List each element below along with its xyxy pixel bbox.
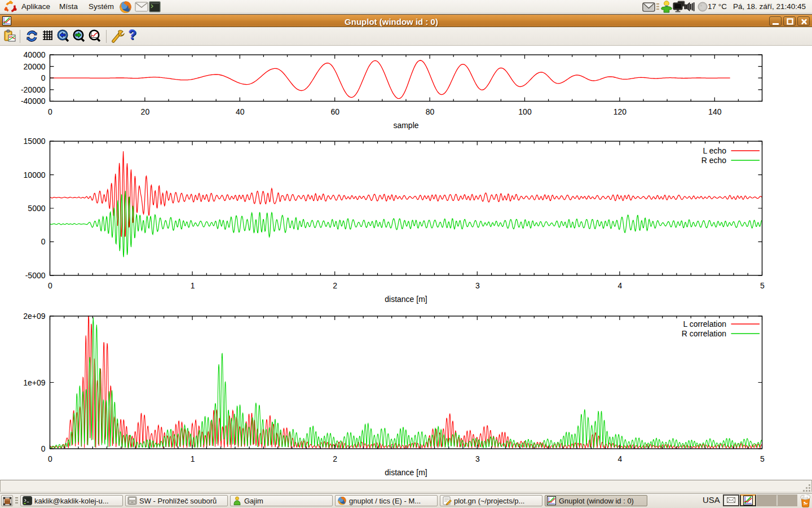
svg-text:100: 100 <box>518 107 532 116</box>
svg-text:4: 4 <box>618 281 623 290</box>
svg-text:L correlation: L correlation <box>683 319 726 329</box>
svg-text:0: 0 <box>48 281 52 290</box>
svg-text:distance [m]: distance [m] <box>385 468 427 477</box>
svg-text:40: 40 <box>236 107 245 116</box>
svg-text:1e+09: 1e+09 <box>23 378 46 387</box>
svg-text:2e+09: 2e+09 <box>23 312 46 321</box>
svg-text:-5000: -5000 <box>25 271 46 280</box>
svg-text:20000: 20000 <box>21 62 46 71</box>
svg-text:15000: 15000 <box>24 137 46 146</box>
svg-text:0: 0 <box>48 454 52 463</box>
svg-text:5: 5 <box>760 454 765 463</box>
svg-text:80: 80 <box>426 107 435 116</box>
svg-text:2: 2 <box>333 281 337 290</box>
svg-text:-20000: -20000 <box>21 85 46 94</box>
svg-text:0: 0 <box>41 237 46 246</box>
svg-text:3: 3 <box>475 454 480 463</box>
svg-text:0: 0 <box>41 73 46 82</box>
svg-text:1: 1 <box>191 281 195 290</box>
svg-text:40000: 40000 <box>21 50 46 59</box>
svg-text:120: 120 <box>614 107 627 116</box>
svg-text:distance [m]: distance [m] <box>385 295 427 304</box>
svg-text:L echo: L echo <box>703 146 726 155</box>
svg-text:sample: sample <box>393 121 418 130</box>
svg-text:0: 0 <box>48 107 52 116</box>
svg-text:3: 3 <box>475 281 480 290</box>
svg-text:R correlation: R correlation <box>682 329 726 338</box>
svg-text:4: 4 <box>618 454 623 463</box>
svg-text:0: 0 <box>41 444 46 453</box>
svg-text:10000: 10000 <box>24 170 46 179</box>
svg-text:1: 1 <box>191 454 195 463</box>
svg-text:5000: 5000 <box>28 204 45 213</box>
svg-text:-40000: -40000 <box>21 97 46 106</box>
svg-text:R echo: R echo <box>701 156 727 165</box>
svg-text:2: 2 <box>333 454 337 463</box>
svg-text:20: 20 <box>141 107 150 116</box>
svg-text:5: 5 <box>760 281 765 290</box>
svg-text:60: 60 <box>330 107 339 116</box>
svg-text:140: 140 <box>708 107 722 116</box>
